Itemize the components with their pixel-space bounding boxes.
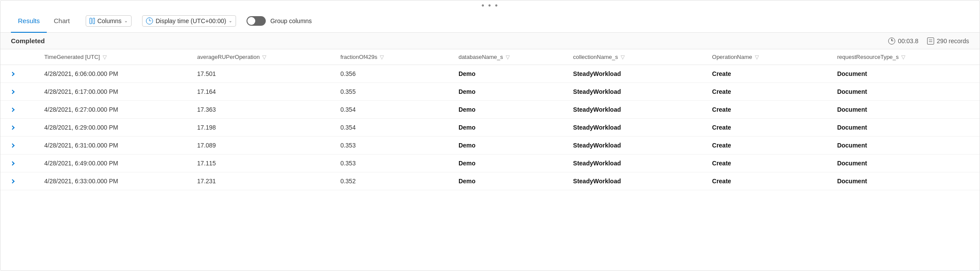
col-header-averageru: averageRUPerOperation ▽ xyxy=(187,49,330,65)
col-header-time: TimeGenerated [UTC] ▽ xyxy=(34,49,187,65)
timer-icon xyxy=(888,38,895,45)
cell-database: Demo xyxy=(448,83,563,101)
row-expand-button[interactable] xyxy=(0,137,34,154)
row-expand-button[interactable] xyxy=(0,119,34,137)
filter-icon-collection[interactable]: ▽ xyxy=(621,54,625,60)
col-header-operation: OperationName ▽ xyxy=(702,49,827,65)
time-meta: 00:03.8 xyxy=(888,38,918,45)
cell-operation: Create xyxy=(702,101,827,119)
table-header-row: TimeGenerated [UTC] ▽ averageRUPerOperat… xyxy=(0,49,980,65)
columns-button[interactable]: Columns ⌄ xyxy=(86,15,132,27)
expand-chevron-icon xyxy=(10,126,15,130)
cell-collection: SteadyWorkload xyxy=(563,83,702,101)
tab-bar: Results Chart Columns ⌄ Display time (UT… xyxy=(0,9,980,33)
cell-averageru: 17.089 xyxy=(187,137,330,154)
table-row: 4/28/2021, 6:27:00.000 PM17.3630.354Demo… xyxy=(0,101,980,119)
filter-icon-operation[interactable]: ▽ xyxy=(755,54,759,60)
records-value: 290 records xyxy=(937,38,969,45)
cell-averageru: 17.363 xyxy=(187,101,330,119)
time-value: 00:03.8 xyxy=(898,38,918,45)
filter-icon-averageru[interactable]: ▽ xyxy=(262,54,266,60)
cell-collection: SteadyWorkload xyxy=(563,101,702,119)
tab-chart[interactable]: Chart xyxy=(47,10,77,33)
records-meta: 290 records xyxy=(927,38,969,45)
expand-chevron-icon xyxy=(10,108,15,112)
expand-chevron-icon xyxy=(10,90,15,94)
cell-averageru: 17.198 xyxy=(187,119,330,137)
expand-chevron-icon xyxy=(10,161,15,166)
expand-chevron-icon xyxy=(10,179,15,184)
cell-operation: Create xyxy=(702,119,827,137)
row-expand-button[interactable] xyxy=(0,101,34,119)
status-bar: Completed 00:03.8 290 records xyxy=(0,33,980,49)
tab-results[interactable]: Results xyxy=(11,10,47,33)
row-expand-button[interactable] xyxy=(0,83,34,101)
expand-col-header xyxy=(0,49,34,65)
cell-resource: Document xyxy=(827,83,980,101)
records-icon xyxy=(927,38,934,45)
col-header-collection: collectionName_s ▽ xyxy=(563,49,702,65)
results-table: TimeGenerated [UTC] ▽ averageRUPerOperat… xyxy=(0,49,980,190)
group-columns-label: Group columns xyxy=(270,17,312,24)
cell-averageru: 17.164 xyxy=(187,83,330,101)
cell-resource: Document xyxy=(827,119,980,137)
cell-resource: Document xyxy=(827,101,980,119)
cell-fraction: 0.352 xyxy=(330,172,448,190)
cell-averageru: 17.115 xyxy=(187,154,330,172)
table-row: 4/28/2021, 6:29:00.000 PM17.1980.354Demo… xyxy=(0,119,980,137)
cell-database: Demo xyxy=(448,101,563,119)
cell-operation: Create xyxy=(702,154,827,172)
group-columns-toggle-container: Group columns xyxy=(247,16,312,26)
table-row: 4/28/2021, 6:17:00.000 PM17.1640.355Demo… xyxy=(0,83,980,101)
dots-bar: • • • xyxy=(0,0,980,9)
table-row: 4/28/2021, 6:49:00.000 PM17.1150.353Demo… xyxy=(0,154,980,172)
row-expand-button[interactable] xyxy=(0,154,34,172)
row-expand-button[interactable] xyxy=(0,65,34,83)
columns-label: Columns xyxy=(97,17,122,24)
table-row: 4/28/2021, 6:06:00.000 PM17.5010.356Demo… xyxy=(0,65,980,83)
display-time-label: Display time (UTC+00:00) xyxy=(156,17,226,24)
cell-time: 4/28/2021, 6:29:00.000 PM xyxy=(34,119,187,137)
col-line-1 xyxy=(90,18,92,24)
cell-time: 4/28/2021, 6:06:00.000 PM xyxy=(34,65,187,83)
filter-icon-resource[interactable]: ▽ xyxy=(901,54,905,60)
cell-fraction: 0.353 xyxy=(330,154,448,172)
cell-resource: Document xyxy=(827,137,980,154)
cell-operation: Create xyxy=(702,83,827,101)
cell-averageru: 17.231 xyxy=(187,172,330,190)
cell-fraction: 0.355 xyxy=(330,83,448,101)
table-wrapper: TimeGenerated [UTC] ▽ averageRUPerOperat… xyxy=(0,49,980,271)
columns-chevron-icon: ⌄ xyxy=(124,18,128,23)
filter-icon-database[interactable]: ▽ xyxy=(506,54,510,60)
cell-operation: Create xyxy=(702,172,827,190)
col-header-resource: requestResourceType_s ▽ xyxy=(827,49,980,65)
cell-collection: SteadyWorkload xyxy=(563,154,702,172)
cell-collection: SteadyWorkload xyxy=(563,172,702,190)
cell-time: 4/28/2021, 6:31:00.000 PM xyxy=(34,137,187,154)
cell-fraction: 0.356 xyxy=(330,65,448,83)
cell-time: 4/28/2021, 6:49:00.000 PM xyxy=(34,154,187,172)
table-body: 4/28/2021, 6:06:00.000 PM17.5010.356Demo… xyxy=(0,65,980,190)
columns-icon xyxy=(90,18,95,24)
col-line-2 xyxy=(93,18,95,24)
table-row: 4/28/2021, 6:31:00.000 PM17.0890.353Demo… xyxy=(0,137,980,154)
cell-database: Demo xyxy=(448,119,563,137)
status-meta: 00:03.8 290 records xyxy=(888,38,969,45)
toolbar: Columns ⌄ Display time (UTC+00:00) ⌄ Gro… xyxy=(86,15,969,27)
status-text: Completed xyxy=(11,37,45,45)
group-columns-toggle[interactable] xyxy=(247,16,266,26)
display-time-chevron-icon: ⌄ xyxy=(229,18,232,23)
cell-collection: SteadyWorkload xyxy=(563,65,702,83)
filter-icon-time[interactable]: ▽ xyxy=(103,54,107,60)
row-expand-button[interactable] xyxy=(0,172,34,190)
cell-database: Demo xyxy=(448,172,563,190)
display-time-button[interactable]: Display time (UTC+00:00) ⌄ xyxy=(142,15,236,27)
cell-fraction: 0.354 xyxy=(330,119,448,137)
cell-collection: SteadyWorkload xyxy=(563,119,702,137)
cell-database: Demo xyxy=(448,154,563,172)
filter-icon-fraction[interactable]: ▽ xyxy=(380,54,384,60)
clock-icon xyxy=(146,17,153,24)
cell-fraction: 0.354 xyxy=(330,101,448,119)
cell-collection: SteadyWorkload xyxy=(563,137,702,154)
cell-resource: Document xyxy=(827,65,980,83)
